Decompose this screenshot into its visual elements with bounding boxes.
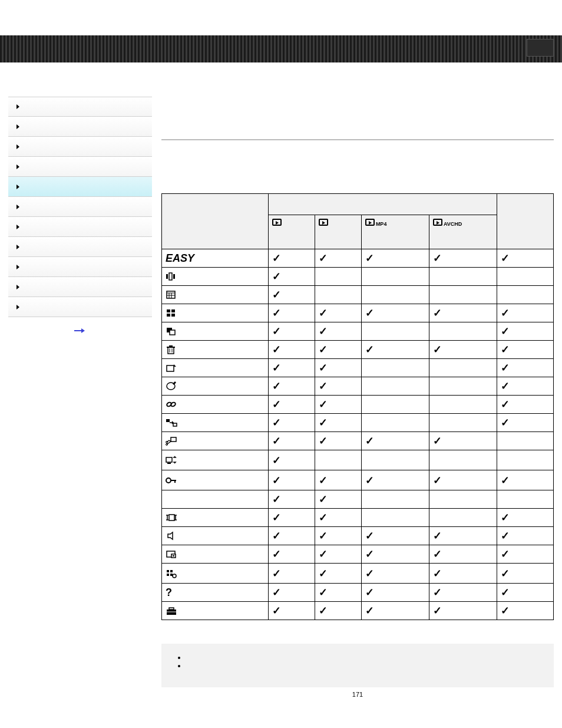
chevron-right-icon (16, 265, 19, 269)
check-cell (429, 396, 497, 414)
next-page-link[interactable] (8, 330, 152, 331)
chevron-right-icon (16, 285, 19, 289)
check-cell (429, 268, 497, 286)
check-icon: ✓ (272, 252, 281, 264)
nav-item-8[interactable] (8, 257, 152, 277)
check-icon: ✓ (272, 344, 281, 355)
svg-rect-23 (166, 419, 170, 422)
check-cell (361, 396, 429, 414)
table-row: ✓ (162, 450, 554, 470)
check-icon: ✓ (365, 475, 374, 486)
header-button[interactable] (527, 39, 554, 57)
table-row: ✓✓✓✓✓ (162, 602, 554, 620)
check-icon: ✓ (433, 435, 442, 447)
svg-rect-19 (167, 365, 174, 371)
check-cell: ✓ (497, 249, 554, 268)
check-cell: ✓ (429, 249, 497, 268)
table-row: ✓✓✓✓✓ (162, 564, 554, 584)
notes-box (161, 644, 554, 687)
chevron-right-icon (16, 144, 19, 149)
check-icon: ✓ (433, 548, 442, 560)
chevron-right-icon (16, 225, 19, 229)
check-icon: ✓ (272, 398, 281, 410)
table-row: ✓✓ (162, 490, 554, 509)
table-row: ✓✓✓✓✓ (162, 304, 554, 322)
nav-item-4[interactable] (8, 177, 152, 197)
check-icon: ✓ (365, 530, 374, 542)
nav-item-6[interactable] (8, 217, 152, 237)
row-label-cell: ? (162, 584, 269, 602)
check-icon: ✓ (501, 417, 510, 429)
row-label-cell (162, 359, 269, 377)
svg-rect-1 (169, 273, 172, 280)
check-icon: ✓ (272, 530, 281, 542)
check-icon: ✓ (319, 252, 328, 264)
check-cell: ✓ (429, 341, 497, 359)
table-row: ✓✓✓ (162, 509, 554, 527)
check-icon: ✓ (319, 325, 328, 337)
check-icon: ✓ (319, 362, 328, 374)
table-row: ✓✓✓ (162, 396, 554, 414)
check-cell: ✓ (429, 545, 497, 564)
row-label-cell (162, 268, 269, 286)
table-header-corner (162, 194, 269, 249)
check-cell: ✓ (269, 470, 315, 490)
row-label-cell (162, 414, 269, 432)
svg-rect-9 (171, 309, 175, 312)
chevron-right-icon (16, 245, 19, 249)
nav-item-3[interactable] (8, 157, 152, 177)
check-cell: ✓ (315, 602, 362, 620)
check-icon: ✓ (319, 344, 328, 355)
check-icon: ✓ (272, 362, 281, 374)
check-cell (429, 286, 497, 304)
nav-item-5[interactable] (8, 197, 152, 217)
check-icon: ✓ (319, 435, 328, 447)
svg-rect-37 (167, 570, 169, 572)
play-mode-icon (319, 219, 329, 226)
check-cell (429, 490, 497, 509)
check-cell: ✓ (361, 584, 429, 602)
grid-settings-icon (166, 569, 177, 578)
row-label-cell (162, 602, 269, 620)
play-mode-icon (272, 219, 283, 226)
row-label-cell (162, 322, 269, 341)
nav-item-7[interactable] (8, 237, 152, 257)
nav-item-2[interactable] (8, 137, 152, 157)
check-cell: ✓ (497, 322, 554, 341)
check-icon: ✓ (365, 307, 374, 319)
check-cell: ✓ (269, 341, 315, 359)
check-cell: ✓ (429, 602, 497, 620)
svg-rect-29 (167, 463, 171, 464)
check-cell: ✓ (361, 602, 429, 620)
check-icon: ✓ (433, 307, 442, 319)
nav-item-10[interactable] (8, 297, 152, 317)
check-cell: ✓ (269, 286, 315, 304)
check-icon: ✓ (272, 307, 281, 319)
check-cell: ✓ (269, 584, 315, 602)
check-icon: ✓ (365, 587, 374, 598)
check-icon: ✓ (365, 605, 374, 617)
check-icon: ✓ (501, 548, 510, 560)
print-order-icon (166, 549, 177, 559)
column-header-0 (269, 215, 315, 249)
check-cell: ✓ (315, 584, 362, 602)
main-content: MP4AVCHD EASY✓✓✓✓✓✓✓✓✓✓✓✓✓✓✓✓✓✓✓✓✓✓✓✓✓✓✓… (161, 98, 554, 698)
check-cell: ✓ (315, 545, 362, 564)
nav-item-0[interactable] (8, 97, 152, 117)
header-bar (0, 35, 562, 62)
column-header-3: AVCHD (429, 215, 497, 249)
check-icon: ✓ (272, 605, 281, 617)
check-icon: ✓ (272, 380, 281, 392)
check-cell (361, 359, 429, 377)
nav-item-9[interactable] (8, 277, 152, 297)
check-icon: ✓ (272, 475, 281, 486)
check-icon: ✓ (365, 568, 374, 579)
check-icon: ✓ (319, 530, 328, 542)
check-cell: ✓ (497, 470, 554, 490)
check-cell: ✓ (429, 304, 497, 322)
check-cell: ✓ (269, 564, 315, 584)
nav-item-1[interactable] (8, 117, 152, 137)
row-label-cell (162, 304, 269, 322)
check-cell (429, 450, 497, 470)
check-icon: ✓ (319, 307, 328, 319)
